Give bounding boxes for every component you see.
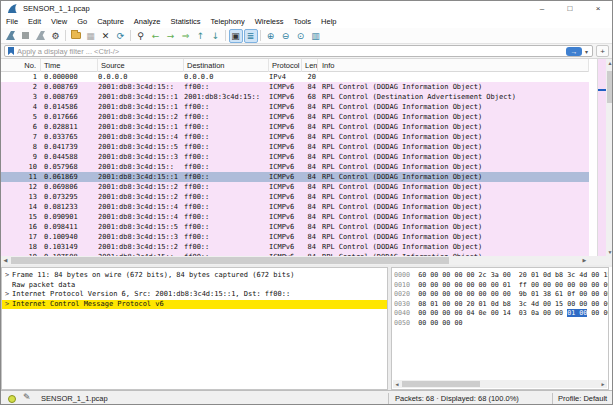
zoom-out-button[interactable]: ⊖ [279,29,293,43]
maximize-button[interactable]: □ [556,1,584,16]
close-file-button[interactable]: ✕ [99,29,113,43]
detail-row[interactable]: Raw packet data [2,281,387,291]
capture-comment-icon[interactable]: ✎ [23,392,31,402]
menu-go[interactable]: Go [72,16,92,28]
status-profile[interactable]: Profile: Default [558,394,607,403]
scroll-left-icon[interactable]: ◀ [1,256,10,265]
packet-row[interactable]: 50.0176662001:db8:3c4d:15::2ff00::ICMPv6… [1,112,589,122]
expert-info-icon[interactable] [8,395,16,403]
auto-scroll-button[interactable]: ▣ [229,29,243,43]
column-header-length[interactable]: Length [302,59,318,72]
menu-edit[interactable]: Edit [23,16,46,28]
packet-row[interactable]: 90.0445882001:db8:3c4d:15::3ff00::ICMPv6… [1,152,589,162]
resize-columns-button[interactable]: ▥ [309,29,323,43]
column-header-source[interactable]: Source [98,59,184,72]
go-first-button[interactable]: ↑ [194,29,208,43]
packet-list-vscrollbar[interactable]: ▲ ▼ [606,59,613,256]
menu-analyze[interactable]: Analyze [129,16,166,28]
go-last-button[interactable]: ↓ [209,29,223,43]
packet-row[interactable]: 120.0698062001:db8:3c4d:15::2ff00::ICMPv… [1,182,589,192]
go-to-packet-button[interactable]: ⇒ [179,29,193,43]
hex-row[interactable]: 0000 60 00 00 00 00 2c 3a 00 20 01 0d b8… [392,271,608,281]
intelligent-scrollbar-minimap[interactable] [597,59,606,256]
packet-row[interactable]: 20.0087692001:db8:3c4d:15::ff00::ICMPv68… [1,82,589,92]
packet-row[interactable]: 140.0812332001:db8:3c4d:15::4ff00::ICMPv… [1,202,589,212]
packet-row[interactable]: 110.0618692001:db8:3c4d:15::1ff00::ICMPv… [1,172,589,182]
column-header-time[interactable]: Time [41,59,98,72]
menu-file[interactable]: File [1,16,23,28]
hscroll-thumb[interactable] [11,257,449,264]
apply-filter-button[interactable]: → [566,47,582,56]
stop-capture-button[interactable] [19,29,33,43]
packet-row[interactable]: 100.0579682001:db8:3c4d:15::ff00::ICMPv6… [1,162,589,172]
column-header-destination[interactable]: Destination [184,59,269,72]
go-forward-icon: → [167,29,175,43]
packet-row[interactable]: 150.0909012001:db8:3c4d:15::4ff00::ICMPv… [1,212,589,222]
capture-options-button[interactable]: ⚙ [49,29,63,43]
packet-row[interactable]: 80.0417392001:db8:3c4d:15::5ff00::ICMPv6… [1,142,589,152]
expand-arrow-icon[interactable] [2,281,12,291]
status-filename: SENSOR_1_1.pcap [41,394,108,403]
close-button[interactable]: × [584,1,612,16]
packet-list-hscrollbar[interactable]: ◀ ▶ [1,256,589,265]
cell-no: 11 [1,172,41,182]
hex-row[interactable]: 0020 00 00 00 00 00 00 00 00 9b 01 38 61… [392,290,608,300]
vscroll-thumb[interactable] [607,71,613,103]
menu-view[interactable]: View [46,16,72,28]
packet-row[interactable]: 170.1009402001:db8:3c4d:15::3ff00::ICMPv… [1,232,589,242]
scroll-up-icon[interactable]: ▲ [606,59,613,67]
detail-row[interactable]: >Internet Protocol Version 6, Src: 2001:… [2,290,387,300]
scroll-right-icon[interactable]: ▶ [580,256,589,265]
detail-row[interactable]: >Internet Control Message Protocol v6 [2,300,387,310]
find-packet-button[interactable]: ⚲ [134,29,148,43]
hex-row[interactable]: 0040 00 00 00 00 04 0e 00 14 03 0a 00 00… [392,309,608,319]
go-back-button[interactable]: ← [149,29,163,43]
filter-bookmark-icon[interactable] [8,47,14,55]
scroll-left-icon[interactable]: ◀ [393,380,401,388]
menu-tools[interactable]: Tools [289,16,317,28]
detail-row[interactable]: >Frame 11: 84 bytes on wire (672 bits), … [2,271,387,281]
packet-row[interactable]: 130.0732952001:db8:3c4d:15::2ff00::ICMPv… [1,192,589,202]
packet-row[interactable]: 60.0288112001:db8:3c4d:15::1ff00::ICMPv6… [1,122,589,132]
expand-arrow-icon[interactable]: > [2,290,12,300]
add-filter-button[interactable]: + [596,45,609,57]
cell-no: 16 [1,222,41,232]
bytes-hscroll-thumb[interactable] [402,381,480,387]
expand-arrow-icon[interactable]: > [2,300,12,310]
hex-row[interactable]: 0050 00 00 00 00 [392,319,608,329]
packet-row[interactable]: 70.0337652001:db8:3c4d:15::4ff00::ICMPv6… [1,132,589,142]
filter-dropdown-caret-icon[interactable]: ▾ [585,48,588,55]
start-capture-button[interactable] [4,29,18,43]
scroll-right-icon[interactable]: ▶ [599,380,607,388]
reload-file-icon: ⟳ [117,29,125,43]
restart-capture-button[interactable] [34,29,48,43]
scroll-down-icon[interactable]: ▼ [606,248,613,256]
save-file-button[interactable]: ▦ [84,29,98,43]
open-file-button[interactable] [69,29,83,43]
hex-row[interactable]: 0010 00 00 00 00 00 00 00 01 ff 00 00 00… [392,281,608,291]
column-header-no[interactable]: No. [1,59,41,72]
zoom-normal-button[interactable]: ⊙ [294,29,308,43]
menu-statistics[interactable]: Statistics [166,16,206,28]
menu-wireless[interactable]: Wireless [250,16,289,28]
zoom-in-button[interactable]: ⊕ [264,29,278,43]
bytes-hscrollbar[interactable]: ◀ ▶ [393,380,607,388]
colorize-button[interactable]: ≣ [244,29,258,43]
packet-row[interactable]: 10.0000000.0.0.00.0.0.0IPv420 [1,72,589,82]
go-forward-button[interactable]: → [164,29,178,43]
hex-row[interactable]: 0030 08 01 00 00 20 01 0d b8 3c 4d 00 15… [392,300,608,310]
packet-row[interactable]: 30.0087692001:db8:3c4d:15::12001:db8:3c4… [1,92,589,102]
reload-file-button[interactable]: ⟳ [114,29,128,43]
menu-help[interactable]: Help [316,16,341,28]
expand-arrow-icon[interactable]: > [2,271,12,281]
column-header-info[interactable]: Info [318,59,589,72]
menu-capture[interactable]: Capture [92,16,129,28]
packet-row[interactable]: 40.0145862001:db8:3c4d:15::1ff00::ICMPv6… [1,102,589,112]
display-filter-input[interactable]: Apply a display filter ... <Ctrl-/> → ▾ [4,45,593,57]
column-header-protocol[interactable]: Protocol [269,59,302,72]
detail-text: Raw packet data [12,281,75,291]
minimize-button[interactable]: – [528,1,556,16]
packet-row[interactable]: 160.0984112001:db8:3c4d:15::5ff00::ICMPv… [1,222,589,232]
menu-telephony[interactable]: Telephony [206,16,250,28]
packet-row[interactable]: 180.1031492001:db8:3c4d:15::2ff00::ICMPv… [1,242,589,252]
